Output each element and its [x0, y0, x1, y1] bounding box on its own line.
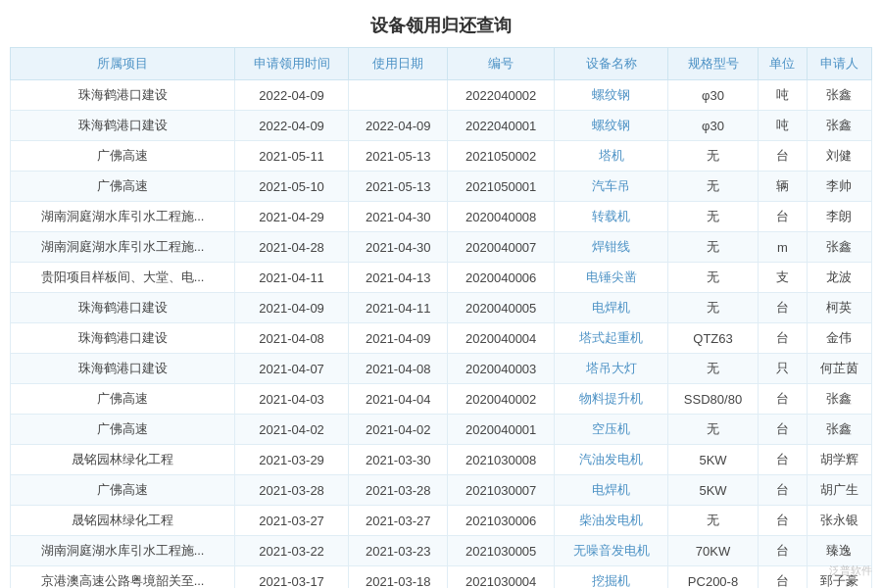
cell-13-4[interactable]: 电焊机 — [555, 475, 668, 506]
col-header-3: 编号 — [448, 48, 555, 80]
cell-2-1: 2021-05-11 — [235, 141, 349, 172]
cell-15-6: 台 — [759, 536, 808, 566]
cell-13-5: 5KW — [667, 475, 758, 506]
cell-16-4[interactable]: 挖掘机 — [555, 566, 668, 589]
table-row: 京港澳高速公路粤境韶关至...2021-03-172021-03-1820210… — [11, 566, 872, 589]
cell-12-6: 台 — [759, 445, 808, 475]
table-row: 珠海鹤港口建设2021-04-072021-04-082020040003塔吊大… — [11, 354, 872, 384]
cell-14-2: 2021-03-27 — [349, 506, 448, 536]
cell-2-2: 2021-05-13 — [349, 141, 448, 172]
cell-7-6: 台 — [759, 293, 808, 323]
cell-4-6: 台 — [759, 202, 808, 232]
cell-3-4[interactable]: 汽车吊 — [555, 172, 668, 202]
cell-10-4[interactable]: 物料提升机 — [555, 384, 668, 415]
cell-13-2: 2021-03-28 — [349, 475, 448, 506]
cell-6-5: 无 — [667, 263, 758, 293]
cell-15-5: 70KW — [667, 536, 758, 566]
cell-8-4[interactable]: 塔式起重机 — [555, 323, 668, 354]
cell-13-3: 2021030007 — [448, 475, 555, 506]
table-row: 广佛高速2021-05-112021-05-132021050002塔机无台刘健 — [11, 141, 872, 172]
cell-12-0: 晟铭园林绿化工程 — [11, 445, 235, 475]
cell-12-2: 2021-03-30 — [349, 445, 448, 475]
cell-8-6: 台 — [759, 323, 808, 354]
cell-14-4[interactable]: 柴油发电机 — [555, 506, 668, 536]
cell-7-1: 2021-04-09 — [235, 293, 349, 323]
cell-2-5: 无 — [667, 141, 758, 172]
cell-14-6: 台 — [759, 506, 808, 536]
cell-0-6: 吨 — [759, 80, 808, 111]
cell-7-4[interactable]: 电焊机 — [555, 293, 668, 323]
cell-1-4[interactable]: 螺纹钢 — [555, 111, 668, 141]
cell-3-6: 辆 — [759, 172, 808, 202]
cell-5-4[interactable]: 焊钳线 — [555, 232, 668, 263]
cell-15-1: 2021-03-22 — [235, 536, 349, 566]
cell-15-4[interactable]: 无噪音发电机 — [555, 536, 668, 566]
cell-7-0: 珠海鹤港口建设 — [11, 293, 235, 323]
header-row: 所属项目申请领用时间使用日期编号设备名称规格型号单位申请人 — [11, 48, 872, 80]
table-row: 珠海鹤港口建设2021-04-082021-04-092020040004塔式起… — [11, 323, 872, 354]
cell-8-7: 金伟 — [807, 323, 871, 354]
table-row: 广佛高速2021-04-032021-04-042020040002物料提升机S… — [11, 384, 872, 415]
cell-5-0: 湖南洞庭湖水库引水工程施... — [11, 232, 235, 263]
cell-5-2: 2021-04-30 — [349, 232, 448, 263]
cell-4-4[interactable]: 转载机 — [555, 202, 668, 232]
cell-13-7: 胡广生 — [807, 475, 871, 506]
cell-10-5: SSD80/80 — [667, 384, 758, 415]
cell-9-7: 何芷茵 — [807, 354, 871, 384]
cell-6-6: 支 — [759, 263, 808, 293]
cell-4-1: 2021-04-29 — [235, 202, 349, 232]
cell-16-2: 2021-03-18 — [349, 566, 448, 589]
cell-3-5: 无 — [667, 172, 758, 202]
cell-4-7: 李朗 — [807, 202, 871, 232]
cell-4-5: 无 — [667, 202, 758, 232]
cell-12-4[interactable]: 汽油发电机 — [555, 445, 668, 475]
cell-10-0: 广佛高速 — [11, 384, 235, 415]
cell-2-4[interactable]: 塔机 — [555, 141, 668, 172]
table-row: 珠海鹤港口建设2021-04-092021-04-112020040005电焊机… — [11, 293, 872, 323]
cell-6-2: 2021-04-13 — [349, 263, 448, 293]
cell-5-7: 张鑫 — [807, 232, 871, 263]
cell-14-7: 张永银 — [807, 506, 871, 536]
cell-12-5: 5KW — [667, 445, 758, 475]
cell-14-5: 无 — [667, 506, 758, 536]
cell-13-1: 2021-03-28 — [235, 475, 349, 506]
cell-9-4[interactable]: 塔吊大灯 — [555, 354, 668, 384]
cell-10-3: 2020040002 — [448, 384, 555, 415]
cell-4-3: 2020040008 — [448, 202, 555, 232]
cell-0-5: φ30 — [667, 80, 758, 111]
cell-8-5: QTZ63 — [667, 323, 758, 354]
cell-14-3: 2021030006 — [448, 506, 555, 536]
cell-15-2: 2021-03-23 — [349, 536, 448, 566]
page-title: 设备领用归还查询 — [0, 0, 882, 47]
cell-8-1: 2021-04-08 — [235, 323, 349, 354]
cell-3-7: 李帅 — [807, 172, 871, 202]
cell-1-2: 2022-04-09 — [349, 111, 448, 141]
cell-12-1: 2021-03-29 — [235, 445, 349, 475]
cell-4-0: 湖南洞庭湖水库引水工程施... — [11, 202, 235, 232]
col-header-6: 单位 — [759, 48, 808, 80]
cell-2-0: 广佛高速 — [11, 141, 235, 172]
col-header-5: 规格型号 — [667, 48, 758, 80]
cell-1-7: 张鑫 — [807, 111, 871, 141]
cell-16-0: 京港澳高速公路粤境韶关至... — [11, 566, 235, 589]
cell-11-4[interactable]: 空压机 — [555, 415, 668, 445]
cell-0-4[interactable]: 螺纹钢 — [555, 80, 668, 111]
cell-0-1: 2022-04-09 — [235, 80, 349, 111]
cell-16-6: 台 — [759, 566, 808, 589]
cell-1-1: 2022-04-09 — [235, 111, 349, 141]
cell-10-2: 2021-04-04 — [349, 384, 448, 415]
cell-5-1: 2021-04-28 — [235, 232, 349, 263]
cell-6-4[interactable]: 电锤尖凿 — [555, 263, 668, 293]
cell-15-7: 臻逸 — [807, 536, 871, 566]
table-row: 珠海鹤港口建设2022-04-092022040002螺纹钢φ30吨张鑫 — [11, 80, 872, 111]
cell-1-0: 珠海鹤港口建设 — [11, 111, 235, 141]
cell-10-1: 2021-04-03 — [235, 384, 349, 415]
cell-7-7: 柯英 — [807, 293, 871, 323]
cell-5-6: m — [759, 232, 808, 263]
col-header-2: 使用日期 — [349, 48, 448, 80]
table-row: 湖南洞庭湖水库引水工程施...2021-04-292021-04-3020200… — [11, 202, 872, 232]
cell-11-0: 广佛高速 — [11, 415, 235, 445]
cell-0-2 — [349, 80, 448, 111]
table-row: 晟铭园林绿化工程2021-03-292021-03-302021030008汽油… — [11, 445, 872, 475]
cell-6-1: 2021-04-11 — [235, 263, 349, 293]
